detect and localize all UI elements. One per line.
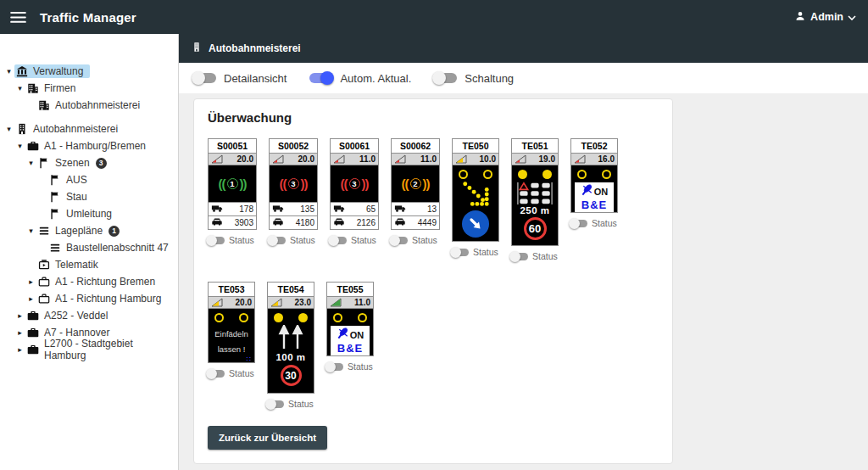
sidebar-item-verwaltung[interactable]: ▾ Verwaltung: [0, 63, 178, 80]
toggle-autom-aktual-label: Autom. Aktual.: [340, 72, 411, 85]
company-icon: [38, 99, 50, 111]
tree-expand-arrow[interactable]: ▸: [25, 294, 36, 303]
status-toggle[interactable]: [452, 249, 469, 256]
car-icon: [394, 217, 406, 228]
truck-icon: [394, 204, 406, 215]
toggle-detailansicht-label: Detailansicht: [224, 72, 287, 85]
status-toggle[interactable]: [208, 237, 225, 244]
sign-TE053[interactable]: TE053 20.0 Einfädeln lassen ! ::: [208, 282, 255, 378]
briefcase-icon: [27, 310, 39, 322]
status-toggle[interactable]: [269, 237, 286, 244]
car-count: 4180: [296, 218, 314, 227]
tree-expand-arrow[interactable]: ▸: [14, 311, 25, 320]
tab-autobahnmeisterei[interactable]: Autobahnmeisterei: [179, 34, 868, 63]
flag-icon: [49, 191, 61, 203]
user-label: Admin: [810, 11, 843, 23]
status-toggle[interactable]: [267, 400, 284, 408]
signal-strength-icon: [272, 154, 284, 164]
building-icon: [16, 123, 28, 135]
sign-S00052[interactable]: S00052 20.0 ((3)) 135: [269, 138, 318, 245]
traffic-jam-pictogram: [515, 182, 554, 205]
person-icon: [794, 10, 806, 25]
signal-strength-icon: [515, 154, 526, 164]
sidebar-item-a1-richtung-hamburg[interactable]: ▸ A1 - Richtung Hamburg: [0, 290, 178, 307]
sign-TE052[interactable]: TE052 16.0 ON B: [570, 138, 618, 228]
tree-expand-arrow[interactable]: ▸: [14, 328, 25, 337]
car-icon: [333, 217, 345, 228]
menu-icon[interactable]: [10, 12, 26, 23]
status-toggle[interactable]: [208, 370, 225, 378]
radar-graphic: ((3)): [341, 176, 369, 191]
sidebar-item-label: Telematik: [55, 259, 98, 271]
tree-expand-arrow[interactable]: ▸: [25, 277, 36, 286]
truck-count: 135: [300, 204, 314, 214]
toggle-detailansicht[interactable]: [193, 73, 216, 83]
truck-icon: [333, 204, 345, 215]
signal-value: 20.0: [298, 154, 314, 164]
tree-expand-arrow[interactable]: ▾: [25, 227, 36, 235]
toggle-schaltung[interactable]: [434, 73, 457, 83]
sidebar-item-baustellenabschnitt-47[interactable]: Baustellenabschnitt 47: [0, 239, 178, 256]
sign-S00062[interactable]: S00062 11.0 ((2)) 13: [391, 138, 440, 245]
status-toggle[interactable]: [570, 220, 587, 227]
status-label: Status: [592, 218, 617, 228]
toggle-autom-aktual[interactable]: [309, 73, 332, 83]
sign-TE050[interactable]: TE050 10.0: [452, 138, 499, 257]
status-toggle[interactable]: [326, 363, 343, 371]
status-label: Status: [229, 368, 254, 378]
lamp: [214, 313, 224, 322]
sign-id: TE052: [570, 138, 618, 154]
status-toggle[interactable]: [511, 253, 528, 260]
sign-TE055[interactable]: TE055 11.0 ON B: [326, 282, 374, 372]
sidebar-item-stau[interactable]: Stau: [0, 188, 178, 205]
sign-TE054[interactable]: TE054 23.0: [267, 282, 314, 409]
sidebar-item-autobahnmeisterei[interactable]: Autobahnmeisterei: [0, 97, 178, 114]
car-count: 4449: [418, 218, 437, 227]
sign-id: TE055: [326, 282, 374, 297]
tree-expand-arrow[interactable]: ▾: [14, 142, 25, 150]
signal-strength-icon: [333, 154, 345, 164]
back-to-overview-button[interactable]: Zurück zur Übersicht: [208, 426, 327, 450]
sidebar-item-a1-hamburg-bremen[interactable]: ▾ A1 - Hamburg/Bremen: [0, 137, 178, 154]
lamp: [333, 313, 342, 322]
sidebar-item-a252-veddel[interactable]: ▸ A252 - Veddel: [0, 307, 178, 324]
tab-label: Autobahnmeisterei: [209, 42, 301, 54]
sidebar-item-l2700-stadtgebiet-hamburg[interactable]: ▸ L2700 - Stadtgebiet Hamburg: [0, 341, 178, 358]
lamp: [459, 170, 468, 179]
sidebar-item-szenen[interactable]: ▾ Szenen 3: [0, 154, 178, 171]
sidebar-item-firmen[interactable]: ▾ Firmen: [0, 80, 178, 97]
sidebar-item-umleitung[interactable]: Umleitung: [0, 205, 178, 222]
signal-value: 11.0: [359, 154, 376, 164]
be-label: B&E: [581, 199, 607, 210]
status-label: Status: [290, 235, 315, 245]
sidebar-item-label: Autobahnmeisterei: [55, 99, 140, 111]
signal-value: 11.0: [354, 298, 370, 307]
tree-expand-arrow[interactable]: ▾: [3, 67, 14, 76]
user-menu[interactable]: Admin: [794, 10, 856, 25]
sign-TE051[interactable]: TE051 19.0: [511, 138, 559, 261]
sidebar-item-aus[interactable]: AUS: [0, 171, 178, 188]
car-count: 3903: [235, 218, 253, 227]
signal-value: 19.0: [539, 154, 555, 164]
truck-count: 65: [366, 204, 376, 214]
sidebar-item-telematik[interactable]: Telematik: [0, 256, 178, 273]
tree-expand-arrow[interactable]: ▾: [25, 159, 36, 167]
sign-S00061[interactable]: S00061 11.0 ((3)) 65: [330, 138, 379, 245]
sign-S00051[interactable]: S00051 20.0 ((1)) 178: [208, 138, 257, 245]
speed-limit-sign: 30: [281, 365, 302, 386]
signal-value: 10.0: [480, 154, 496, 164]
sign-id: S00062: [391, 138, 440, 154]
status-toggle[interactable]: [330, 237, 347, 244]
status-toggle[interactable]: [391, 237, 408, 244]
sidebar-item-a1-richtung-bremen[interactable]: ▸ A1 - Richtung Bremen: [0, 273, 178, 290]
lamp: [298, 313, 308, 322]
briefcase-outline-icon: [38, 276, 50, 288]
tree-expand-arrow[interactable]: ▾: [14, 84, 25, 92]
tree-expand-arrow[interactable]: ▸: [14, 345, 25, 354]
sidebar-item-autobahnmeisterei[interactable]: ▾ Autobahnmeisterei: [0, 120, 178, 137]
chevron-down-icon: [848, 11, 856, 23]
layers-icon: [38, 225, 50, 237]
sidebar-item-lagepläne[interactable]: ▾ Lagepläne 1: [0, 222, 178, 239]
open-lanes-arrows: [275, 325, 306, 350]
tree-expand-arrow[interactable]: ▾: [3, 125, 14, 133]
